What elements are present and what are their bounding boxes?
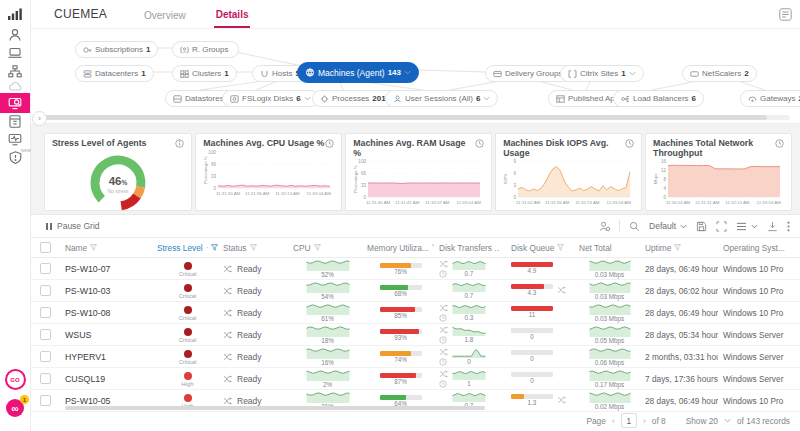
filter-icon[interactable]	[557, 244, 564, 251]
monitor-pulse-icon[interactable]	[0, 133, 30, 146]
row-checkbox[interactable]	[40, 307, 51, 318]
prev-page-button[interactable]: ‹	[612, 416, 615, 426]
row-checkbox[interactable]	[40, 351, 51, 362]
compare-shuffle-icon[interactable]	[557, 396, 567, 404]
go-badge[interactable]: GO	[0, 369, 30, 390]
calculator-icon[interactable]	[0, 115, 30, 128]
table-row[interactable]: CUSQL19 High Ready 2% 87% 1 0 0.17 Mbps …	[30, 368, 800, 390]
view-selector[interactable]: Default	[649, 221, 687, 231]
row-checkbox[interactable]	[40, 373, 51, 384]
compare-shuffle-icon[interactable]	[223, 309, 233, 317]
save-view-icon[interactable]	[696, 221, 707, 232]
topology-icon[interactable]	[0, 65, 30, 78]
chip-fslogix-disks[interactable]: FSLogix Disks6	[222, 90, 319, 107]
chip-user-sessions[interactable]: User Sessions (All)6	[385, 90, 498, 107]
search-icon[interactable]	[629, 221, 640, 232]
compare-shuffle-icon[interactable]	[223, 331, 233, 339]
row-checkbox[interactable]	[40, 395, 51, 406]
chip-machines-agent-selected[interactable]: Machines (Agent)143	[297, 62, 419, 83]
row-checkbox[interactable]	[40, 263, 51, 274]
chip-load-balancers[interactable]: Load Balancers6	[613, 90, 704, 107]
info-icon[interactable]	[175, 139, 184, 148]
clock-icon[interactable]	[475, 139, 484, 148]
cell-hover-icons[interactable]	[439, 304, 449, 322]
kebab-menu-icon[interactable]	[787, 221, 790, 232]
cell-hover-icons[interactable]	[439, 326, 449, 344]
current-page[interactable]: 1	[621, 413, 637, 428]
clock-icon[interactable]	[775, 139, 784, 148]
page-size-select[interactable]: Show 20	[686, 416, 718, 426]
col-operating-system[interactable]: Operating Syst...	[718, 243, 800, 253]
shield-icon[interactable]: NEW	[0, 151, 30, 164]
columns-menu[interactable]	[736, 222, 758, 231]
report-panel-icon[interactable]	[779, 8, 792, 21]
clock-icon[interactable]	[325, 139, 334, 148]
chip-netscalers[interactable]: NetScalers2	[682, 65, 757, 82]
compare-shuffle-icon[interactable]	[223, 353, 233, 361]
chip-r-groups[interactable]: R. Groups	[172, 41, 239, 58]
chip-gateways[interactable]: Gateways2	[740, 90, 800, 107]
table-row[interactable]: PS-W10-08 Critical Ready 61% 85% 0.3 11 …	[30, 302, 800, 324]
user-icon[interactable]	[0, 28, 30, 42]
machine-name: WSUS	[65, 330, 91, 340]
chip-clusters[interactable]: Clusters1	[172, 65, 237, 82]
cloud-icon[interactable]	[0, 82, 30, 91]
net-total-sparkline	[589, 347, 631, 359]
chevron-down-icon[interactable]	[724, 418, 731, 423]
os-value: Windows Server	[723, 352, 783, 362]
filter-icon[interactable]	[250, 244, 257, 251]
col-stress-level[interactable]: Stress Level	[152, 243, 218, 253]
chip-subscriptions[interactable]: Subscriptions1	[75, 41, 158, 58]
filter-icon[interactable]	[314, 244, 321, 251]
cell-hover-icons[interactable]	[439, 370, 449, 388]
fullscreen-icon[interactable]	[716, 221, 727, 232]
filter-icon[interactable]	[211, 244, 218, 251]
compare-shuffle-icon[interactable]	[223, 265, 233, 273]
user-view-icon[interactable]	[599, 221, 610, 232]
col-net-total[interactable]: Net Total	[574, 243, 640, 253]
filter-icon[interactable]	[90, 244, 97, 251]
row-checkbox[interactable]	[40, 285, 51, 296]
cell-hover-icons[interactable]	[439, 260, 449, 278]
tab-overview[interactable]: Overview	[142, 2, 188, 27]
laptop-icon[interactable]	[0, 47, 30, 59]
svg-text:11:31:02 AM: 11:31:02 AM	[516, 200, 541, 205]
compare-shuffle-icon[interactable]	[557, 286, 567, 294]
table-row[interactable]: WSUS Critical Ready 18% 93% 1.8 0 0.05 M…	[30, 324, 800, 346]
next-page-button[interactable]: ›	[643, 416, 646, 426]
cell-hover-icons[interactable]	[439, 348, 449, 366]
filter-icon[interactable]	[674, 244, 681, 251]
col-cpu[interactable]: CPU	[288, 243, 362, 253]
topology-scrollbar[interactable]	[36, 115, 790, 120]
published-apps-icon	[556, 95, 565, 103]
col-status[interactable]: Status	[218, 243, 288, 253]
table-row[interactable]: HYPERV1 Critical Ready 16% 74% 0 0 0.06 …	[30, 346, 800, 368]
uptime-value: 28 days, 05:34 hours	[645, 330, 718, 340]
compare-shuffle-icon[interactable]	[223, 287, 233, 295]
compare-shuffle-icon[interactable]	[223, 397, 233, 405]
machine-search-icon-active[interactable]	[0, 93, 30, 113]
signal-bars-icon[interactable]	[0, 8, 30, 20]
machine-name: PS-W10-07	[65, 264, 110, 274]
col-name[interactable]: Name	[60, 243, 152, 253]
col-disk-queue[interactable]: Disk Queue	[506, 243, 574, 253]
assistant-chat-icon[interactable]: ∞1	[0, 399, 30, 417]
tab-details[interactable]: Details	[214, 1, 251, 28]
table-row[interactable]: PS-W10-03 Critical Ready 54% 68% 0.7 4.3…	[30, 280, 800, 302]
compare-shuffle-icon[interactable]	[223, 375, 233, 383]
download-icon[interactable]	[767, 221, 778, 232]
col-disk-transfers[interactable]: Disk Transfers ..	[434, 243, 506, 253]
select-all-checkbox[interactable]	[40, 242, 51, 253]
col-uptime[interactable]: Uptime	[640, 243, 718, 253]
svg-text:11:33:04 AM: 11:33:04 AM	[307, 191, 332, 196]
col-memory[interactable]: Memory Utiliza...	[362, 243, 434, 253]
expand-topology-button[interactable]: ›	[32, 111, 47, 126]
cpu-value: 18%	[321, 338, 334, 344]
pause-grid-button[interactable]: Pause Grid	[46, 221, 100, 231]
chip-citrix-sites[interactable]: Citrix Sites1	[560, 65, 644, 82]
row-checkbox[interactable]	[40, 329, 51, 340]
grid-hscrollbar[interactable]	[65, 406, 485, 410]
clock-icon[interactable]	[625, 139, 634, 148]
table-row[interactable]: PS-W10-07 Critical Ready 52% 76% 0.7 4.9…	[30, 258, 800, 280]
chip-datacenters[interactable]: Datacenters1	[75, 65, 154, 82]
